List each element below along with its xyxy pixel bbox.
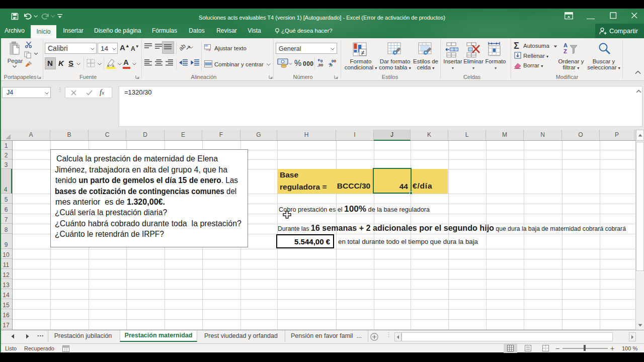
svg-text:,0: ,0 <box>329 63 333 67</box>
svg-text:ab: ab <box>180 42 187 52</box>
svg-text:A: A <box>564 42 568 48</box>
svg-text:Z: Z <box>564 48 567 54</box>
svg-text:,00: ,00 <box>317 63 324 67</box>
